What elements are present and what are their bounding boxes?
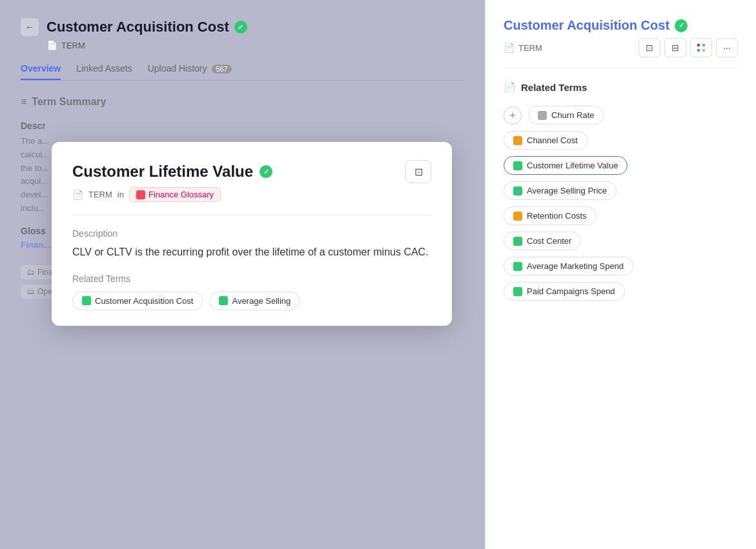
- paid-campaigns-spend-icon: [513, 287, 522, 296]
- term-label-text: TERM: [61, 41, 85, 50]
- tab-upload-history[interactable]: Upload History 567: [148, 63, 232, 80]
- left-panel: ← Customer Acquisition Cost ✓ 📄 TERM Ove…: [0, 0, 485, 549]
- left-title: Customer Acquisition Cost ✓: [46, 19, 247, 35]
- related-term-row-5: Cost Center: [504, 232, 738, 250]
- left-term-label: 📄 TERM: [46, 40, 464, 50]
- upload-history-badge: 567: [212, 65, 231, 74]
- right-term-icon: 📄: [504, 43, 515, 53]
- right-action-enter[interactable]: ⊡: [639, 38, 660, 57]
- modal-title-text: Customer Lifetime Value: [72, 163, 253, 181]
- svg-rect-3: [702, 49, 705, 52]
- right-action-more[interactable]: ···: [716, 38, 738, 57]
- right-panel: Customer Acquisition Cost ✓ 📄 TERM ⊡ ⊟ ·…: [485, 0, 756, 549]
- modal-related-terms-label: Related Terms: [72, 274, 431, 284]
- right-action-preview[interactable]: ⊟: [664, 38, 686, 57]
- term-chip-clv[interactable]: Customer Lifetime Value: [504, 156, 628, 175]
- related-terms-list: + Churn Rate Channel Cost Customer Lifet…: [504, 106, 738, 301]
- description-label: Descr: [21, 121, 464, 131]
- modal-title: Customer Lifetime Value ✓: [72, 163, 272, 181]
- back-button[interactable]: ←: [21, 18, 39, 36]
- modal-term-label-0: Customer Acquisition Cost: [95, 296, 193, 306]
- churn-rate-icon: [538, 111, 547, 120]
- modal-glossary-chip[interactable]: Finance Glossary: [129, 187, 221, 202]
- related-term-row-4: Retention Costs: [504, 206, 738, 225]
- svg-rect-2: [697, 49, 700, 52]
- modal-term-icon: 📄: [72, 190, 83, 200]
- modal-description-label: Description: [72, 228, 431, 239]
- related-terms-header: 📄 Related Terms: [504, 81, 738, 93]
- channel-cost-label: Channel Cost: [527, 135, 578, 145]
- related-term-row-1: Channel Cost: [504, 131, 738, 150]
- svg-rect-1: [702, 44, 705, 46]
- related-term-row-6: Average Marketing Spend: [504, 257, 738, 275]
- avg-selling-price-label: Average Selling Price: [527, 186, 607, 195]
- term-chip-churn-rate[interactable]: Churn Rate: [528, 106, 604, 125]
- avg-selling-price-icon: [513, 186, 522, 195]
- related-term-row-0: + Churn Rate: [504, 106, 738, 125]
- menu-icon: ≡: [21, 96, 26, 108]
- modal-term-label: TERM: [88, 190, 112, 199]
- retention-costs-icon: [513, 212, 522, 221]
- term-chip-retention-costs[interactable]: Retention Costs: [504, 206, 597, 225]
- tab-bar: Overview Linked Assets Upload History 56…: [21, 63, 464, 81]
- term-chip-paid-campaigns-spend[interactable]: Paid Campaigns Spend: [504, 282, 625, 301]
- related-terms-icon: 📄: [504, 81, 516, 93]
- modal-glossary-text: Finance Glossary: [148, 190, 214, 199]
- verified-badge: ✓: [234, 21, 247, 34]
- modal-related-term-1[interactable]: Average Selling: [209, 292, 300, 310]
- related-term-row-2: Customer Lifetime Value: [504, 156, 738, 175]
- right-action-buttons: ⊡ ⊟ ···: [639, 38, 738, 57]
- channel-cost-icon: [513, 136, 522, 145]
- term-chip-channel-cost[interactable]: Channel Cost: [504, 131, 587, 150]
- right-title: Customer Acquisition Cost ✓: [504, 18, 738, 33]
- modal-description-text: CLV or CLTV is the recurring profit over…: [72, 244, 431, 261]
- related-terms-title: Related Terms: [521, 82, 587, 93]
- modal-term-icon-1: [219, 296, 228, 305]
- right-title-text: Customer Acquisition Cost: [504, 18, 669, 33]
- tab-linked-assets[interactable]: Linked Assets: [76, 63, 132, 80]
- modal-action-button[interactable]: ⊡: [405, 160, 431, 183]
- modal-in-label: in: [117, 190, 124, 199]
- right-term-label: 📄 TERM: [504, 43, 542, 53]
- section-header: ≡ Term Summary: [21, 96, 464, 108]
- clv-label: Customer Lifetime Value: [527, 161, 618, 170]
- paid-campaigns-spend-label: Paid Campaigns Spend: [527, 286, 615, 296]
- related-term-row-3: Average Selling Price: [504, 181, 738, 200]
- term-chip-avg-marketing-spend[interactable]: Average Marketing Spend: [504, 257, 633, 275]
- modal-term-row: 📄 TERM in Finance Glossary: [72, 187, 431, 215]
- avg-marketing-spend-icon: [513, 262, 522, 271]
- add-churn-rate-button[interactable]: +: [504, 106, 522, 125]
- modal-related-terms-list: Customer Acquisition Cost Average Sellin…: [72, 292, 431, 310]
- term-chip-cost-center[interactable]: Cost Center: [504, 232, 581, 250]
- modal-related-term-0[interactable]: Customer Acquisition Cost: [72, 292, 203, 310]
- modal-term-label-1: Average Selling: [232, 296, 291, 306]
- term-icon: 📄: [46, 40, 57, 50]
- right-term-label-text: TERM: [518, 43, 542, 53]
- avg-marketing-spend-label: Average Marketing Spend: [527, 261, 624, 271]
- cost-center-icon: [513, 237, 522, 246]
- churn-rate-label: Churn Rate: [551, 110, 594, 120]
- tab-overview[interactable]: Overview: [21, 63, 61, 80]
- left-title-text: Customer Acquisition Cost: [46, 19, 229, 35]
- right-term-row: 📄 TERM ⊡ ⊟ ···: [504, 38, 738, 68]
- cost-center-label: Cost Center: [527, 236, 571, 246]
- clv-icon: [513, 161, 522, 170]
- modal-popup: Customer Lifetime Value ✓ ⊡ 📄 TERM in Fi…: [52, 142, 452, 326]
- retention-costs-label: Retention Costs: [527, 211, 587, 221]
- modal-verified-badge: ✓: [260, 165, 272, 178]
- related-term-row-7: Paid Campaigns Spend: [504, 282, 738, 301]
- term-chip-avg-selling-price[interactable]: Average Selling Price: [504, 181, 617, 200]
- right-action-slack[interactable]: [690, 38, 712, 57]
- glossary-chip-icon: [136, 190, 145, 199]
- modal-term-icon-0: [82, 296, 91, 305]
- section-header-text: Term Summary: [32, 96, 106, 108]
- svg-rect-0: [697, 44, 700, 46]
- right-verified-badge: ✓: [675, 19, 688, 32]
